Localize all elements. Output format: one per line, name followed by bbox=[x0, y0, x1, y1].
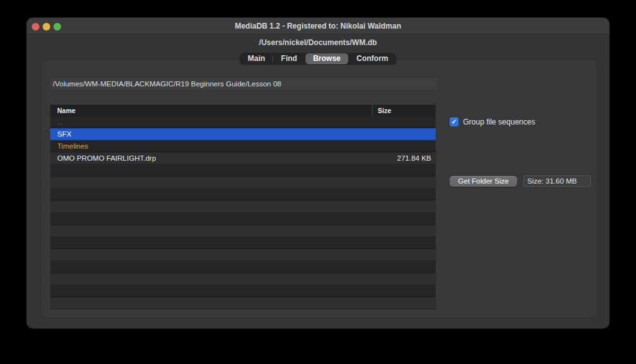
cell-name: SFX bbox=[50, 128, 372, 140]
checkbox-checked-icon[interactable]: ✓ bbox=[450, 118, 459, 126]
cell-size bbox=[372, 201, 436, 213]
table-row-empty[interactable] bbox=[50, 177, 436, 189]
cell-size bbox=[372, 285, 436, 297]
cell-size bbox=[372, 140, 436, 152]
folder-path-field[interactable]: /Volumes/WM-MEDIA/BLACKMAGIC/R19 Beginne… bbox=[50, 78, 437, 90]
tab-bar[interactable]: MainFindBrowseConform bbox=[239, 53, 396, 65]
cell-name bbox=[50, 201, 372, 213]
cell-size bbox=[372, 237, 436, 249]
cell-name bbox=[50, 297, 372, 309]
title-bar[interactable]: MediaDB 1.2 - Registered to: Nikolai Wal… bbox=[27, 18, 609, 34]
table-row-empty[interactable] bbox=[50, 285, 436, 297]
table-row-empty[interactable] bbox=[50, 237, 436, 249]
cell-size bbox=[372, 297, 436, 309]
cell-size bbox=[372, 128, 436, 140]
cell-size bbox=[372, 249, 436, 261]
file-table: Name Size ..SFXTimelinesOMO PROMO FAIRLI… bbox=[50, 105, 436, 309]
tab-find[interactable]: Find bbox=[273, 53, 305, 64]
cell-size: 271.84 KB bbox=[372, 152, 436, 165]
cell-name bbox=[50, 261, 372, 273]
cell-name bbox=[50, 237, 372, 249]
get-folder-size-button[interactable]: Get Folder Size bbox=[450, 176, 517, 187]
cell-name bbox=[50, 225, 372, 237]
cell-size bbox=[372, 225, 436, 237]
cell-name bbox=[50, 213, 372, 225]
cell-size bbox=[372, 213, 436, 225]
cell-size bbox=[372, 116, 436, 128]
table-row[interactable]: SFX bbox=[50, 128, 436, 140]
cell-size bbox=[372, 165, 436, 177]
cell-size bbox=[372, 177, 436, 189]
browse-panel: /Volumes/WM-MEDIA/BLACKMAGIC/R19 Beginne… bbox=[41, 59, 598, 318]
table-row-empty[interactable] bbox=[50, 213, 436, 225]
folder-size-field[interactable]: Size: 31.60 MB bbox=[523, 175, 591, 187]
table-row-empty[interactable] bbox=[50, 225, 436, 237]
cell-name: OMO PROMO FAIRLIGHT.drp bbox=[50, 152, 372, 165]
column-header-size: Size bbox=[372, 105, 436, 116]
table-row-empty[interactable] bbox=[50, 201, 436, 213]
tab-browse[interactable]: Browse bbox=[305, 53, 348, 64]
table-row-empty[interactable] bbox=[50, 249, 436, 261]
file-table-body: ..SFXTimelinesOMO PROMO FAIRLIGHT.drp271… bbox=[50, 116, 436, 309]
cell-size bbox=[372, 261, 436, 273]
cell-name bbox=[50, 285, 372, 297]
cell-name bbox=[50, 165, 372, 177]
group-file-sequences-control[interactable]: ✓ Group file sequences bbox=[450, 118, 535, 126]
cell-name bbox=[50, 189, 372, 201]
table-row-empty[interactable] bbox=[50, 297, 436, 309]
tab-main[interactable]: Main bbox=[240, 53, 272, 64]
table-row[interactable]: .. bbox=[50, 116, 436, 128]
cell-size bbox=[372, 189, 436, 201]
cell-name bbox=[50, 249, 372, 261]
table-row-empty[interactable] bbox=[50, 165, 436, 177]
cell-name: Timelines bbox=[50, 140, 372, 152]
database-path-label: /Users/nickel/Documents/WM.db bbox=[27, 38, 609, 47]
column-header-name: Name bbox=[50, 105, 372, 116]
window-title: MediaDB 1.2 - Registered to: Nikolai Wal… bbox=[27, 18, 609, 34]
table-row-empty[interactable] bbox=[50, 261, 436, 273]
cell-name: .. bbox=[50, 116, 372, 128]
group-file-sequences-label: Group file sequences bbox=[463, 118, 535, 126]
table-row-empty[interactable] bbox=[50, 273, 436, 285]
app-window: MediaDB 1.2 - Registered to: Nikolai Wal… bbox=[27, 18, 609, 328]
table-header: Name Size bbox=[50, 105, 436, 116]
table-row[interactable]: Timelines bbox=[50, 140, 436, 152]
cell-size bbox=[372, 273, 436, 285]
cell-name bbox=[50, 273, 372, 285]
tab-conform[interactable]: Conform bbox=[349, 53, 396, 64]
table-row[interactable]: OMO PROMO FAIRLIGHT.drp271.84 KB bbox=[50, 152, 436, 165]
table-row-empty[interactable] bbox=[50, 189, 436, 201]
cell-name bbox=[50, 177, 372, 189]
